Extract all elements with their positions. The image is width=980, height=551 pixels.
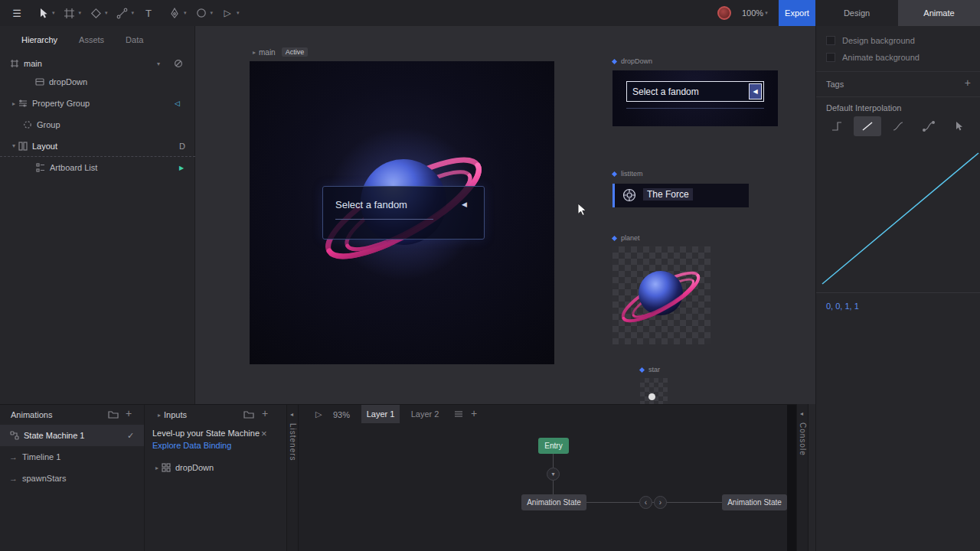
promo-close-icon[interactable]: × [261, 428, 267, 439]
listitem-preview-artboard[interactable]: The Force [612, 184, 749, 207]
select-tool-icon[interactable] [35, 5, 51, 21]
preview-select-arrow-icon[interactable]: ◀ [749, 83, 762, 99]
animation-item-spawnstars[interactable]: → spawnStars [0, 468, 144, 489]
interp-cubic-handles-button[interactable] [915, 116, 942, 136]
text-tool-icon[interactable]: T [141, 5, 156, 21]
interpolation-curve-editor[interactable] [816, 141, 980, 292]
interpolation-header: Default Interpolation [826, 101, 901, 115]
animation-state-node-2[interactable]: Animation State [722, 494, 787, 510]
animate-mode-tab[interactable]: Animate [898, 0, 980, 26]
pen-tool-caret-icon[interactable]: ▾ [184, 10, 187, 16]
main-artboard-label[interactable]: ▸ main Active [250, 47, 308, 57]
layout-badge: D [179, 142, 185, 151]
pen-tool-icon[interactable] [167, 5, 182, 21]
binding-indicator-icon[interactable]: ◁ [175, 99, 180, 107]
promo-link[interactable]: Explore Data Binding [152, 441, 231, 450]
input-caret-icon[interactable]: ▸ [152, 465, 162, 471]
animate-background-swatch[interactable] [826, 53, 835, 62]
add-tag-button[interactable]: + [965, 77, 971, 89]
animation-item-timeline[interactable]: → Timeline 1 [0, 446, 144, 468]
tab-assets[interactable]: Assets [79, 35, 104, 44]
tree-item-group[interactable]: Group [0, 114, 195, 135]
inputs-caret-icon[interactable]: ▸ [155, 412, 164, 419]
zoom-control[interactable]: 100% ▾ [742, 0, 775, 26]
layer-menu-icon[interactable] [454, 410, 463, 418]
listeners-collapsed-panel[interactable]: ◂ Listeners [286, 405, 299, 551]
preview-dropdown-underline [626, 108, 764, 109]
interp-cubic-button[interactable] [884, 116, 912, 136]
planet-preview-artboard[interactable] [612, 246, 710, 344]
preview-star-label[interactable]: star [640, 366, 660, 373]
animation-item-state-machine[interactable]: State Machine 1 ✓ [0, 425, 144, 446]
entry-node[interactable]: Entry [538, 438, 569, 454]
interp-custom-button[interactable] [946, 116, 973, 136]
preview-listitem-label[interactable]: listItem [612, 170, 643, 178]
graph-play-icon[interactable]: ▷ [315, 409, 322, 419]
interp-linear-button[interactable] [854, 116, 881, 136]
fandom-dropdown[interactable]: Select a fandom ◀ [322, 186, 485, 240]
bone-tool-caret-icon[interactable]: ▾ [132, 10, 135, 16]
tab-layer-1[interactable]: Layer 1 [361, 405, 400, 423]
play-tool-icon[interactable]: ▷ [220, 5, 235, 21]
add-animation-button[interactable]: + [126, 407, 132, 419]
animation-state-node-1[interactable]: Animation State [521, 494, 586, 510]
console-collapsed-panel[interactable]: ◂ Console [796, 404, 808, 551]
group-icon [23, 120, 32, 129]
menu-icon[interactable]: ☰ [9, 5, 24, 21]
expand-caret-icon[interactable]: ▸ [9, 100, 18, 107]
interp-hold-button[interactable] [823, 116, 851, 136]
tab-data[interactable]: Data [126, 35, 143, 44]
play-tool-caret-icon[interactable]: ▾ [237, 10, 240, 16]
animations-folder-icon[interactable] [108, 409, 119, 419]
dropdown-arrow-icon[interactable]: ◀ [462, 201, 467, 208]
shapes-tool-caret-icon[interactable]: ▾ [105, 10, 108, 16]
input-item-dropdown[interactable]: ▸ dropDown [152, 458, 214, 477]
preview-select-box[interactable]: Select a fandom ◀ [626, 81, 764, 102]
transform-tool-caret-icon[interactable]: ▾ [211, 10, 214, 16]
artboard-tool-caret-icon[interactable]: ▾ [79, 10, 82, 16]
design-mode-tab[interactable]: Design [815, 0, 898, 26]
design-background-swatch[interactable] [826, 36, 835, 45]
design-background-row[interactable]: Design background [826, 34, 915, 47]
stage-canvas[interactable]: ▸ main Active [195, 26, 815, 404]
transition-chevron-icon[interactable]: ▾ [547, 468, 560, 481]
divider [816, 96, 980, 97]
artboard-root-row[interactable]: main ▾ [0, 54, 195, 73]
preview-dropdown-label[interactable]: dropDown [612, 57, 652, 65]
select-tool-caret-icon[interactable]: ▾ [52, 10, 55, 16]
transition-left-icon[interactable]: ‹ [639, 496, 652, 509]
shapes-tool-icon[interactable] [88, 5, 103, 21]
animate-background-row[interactable]: Animate background [826, 51, 920, 64]
add-layer-button[interactable]: + [471, 407, 477, 419]
transform-tool-icon[interactable] [194, 5, 209, 21]
dropdown-preview-artboard[interactable]: Select a fandom ◀ [612, 70, 778, 126]
transition-right-icon[interactable]: › [654, 496, 667, 509]
state-machine-graph[interactable]: ▷ 93% Layer 1 Layer 2 + Entry ▾ Animatio… [299, 405, 787, 551]
listitem-text[interactable]: The Force [643, 188, 693, 201]
main-artboard[interactable]: Select a fandom ◀ [250, 61, 554, 364]
data-bound-play-icon[interactable]: ▶ [179, 165, 184, 171]
expand-listeners-icon[interactable]: ◂ [290, 411, 293, 418]
tab-layer-2[interactable]: Layer 2 [406, 405, 444, 423]
tree-item-property-group[interactable]: ▸ Property Group ◁ [0, 93, 195, 114]
timeline-icon: → [9, 452, 18, 461]
tree-item-artboard-list[interactable]: Artboard List ▶ [0, 157, 195, 178]
expand-console-icon[interactable]: ◂ [800, 410, 803, 417]
bone-tool-icon[interactable] [115, 5, 130, 21]
inputs-header[interactable]: ▸ Inputs [155, 405, 187, 425]
collapse-caret-icon[interactable]: ▾ [9, 142, 18, 149]
preview-planet-label[interactable]: planet [612, 234, 640, 242]
inputs-folder-icon[interactable] [243, 409, 254, 419]
artboard-label-caret-icon[interactable]: ▸ [250, 49, 259, 56]
star-preview-artboard[interactable] [640, 378, 668, 404]
avatar[interactable] [717, 6, 731, 20]
artboard-caret-icon[interactable]: ▾ [157, 60, 160, 67]
artboard-tool-icon[interactable] [62, 5, 77, 21]
zoom-caret-icon[interactable]: ▾ [765, 10, 768, 16]
link-icon[interactable] [174, 59, 183, 68]
add-input-button[interactable]: + [262, 407, 268, 419]
tree-item-layout[interactable]: ▾ Layout D [0, 135, 195, 157]
tree-item-dropdown[interactable]: dropDown [0, 71, 195, 93]
tab-hierarchy[interactable]: Hierarchy [21, 35, 57, 44]
export-button[interactable]: Export [779, 0, 815, 26]
